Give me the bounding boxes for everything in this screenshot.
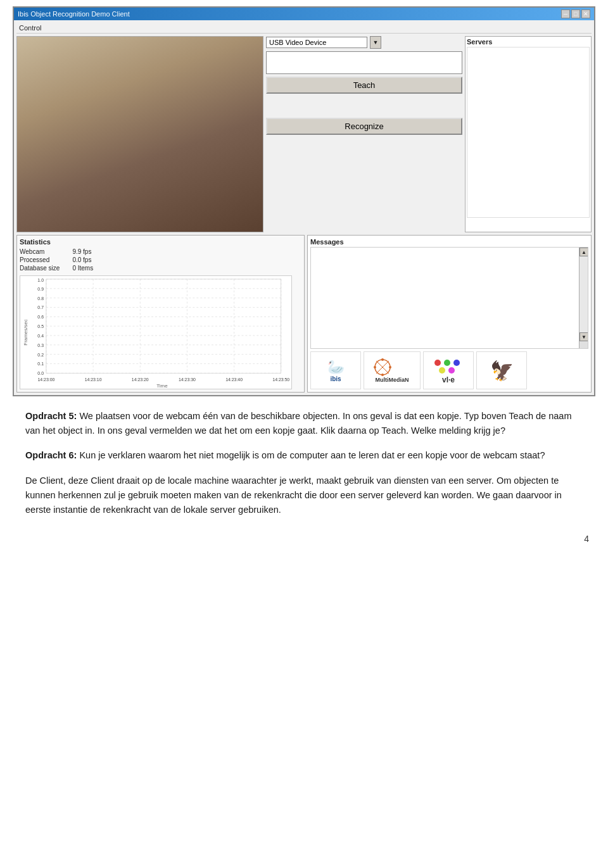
object-name-input[interactable] [266,51,462,74]
vle-logo: vl·e [423,351,474,389]
teach-button[interactable]: Teach [266,77,462,94]
usb-dropdown-arrow[interactable]: ▼ [370,36,381,49]
title-bar: Ibis Object Recognition Demo Client ─ □ … [14,8,594,20]
svg-text:Frames/sec: Frames/sec [23,319,28,345]
logos-row: 🦢 ibis Mult [310,351,588,389]
messages-content: ▲ ▼ [310,247,588,349]
svg-text:1.0: 1.0 [37,278,44,282]
stat-val-webcam: 9.9 fps [72,248,93,255]
ibis-logo: 🦢 ibis [310,351,361,389]
svg-text:0.0: 0.0 [37,371,44,375]
servers-list [467,47,590,218]
opdracht6-text: Kun je verklaren waarom het niet mogelij… [77,450,545,460]
servers-panel: Servers [465,36,592,232]
svg-text:0.8: 0.8 [37,296,44,301]
opdracht6-bold: Opdracht 6: [25,450,77,460]
svg-text:14:23:50: 14:23:50 [272,377,289,382]
paragraph-client: De Client, deze Client draait op de loca… [25,474,583,518]
chart-svg: Frames/sec [20,276,291,389]
svg-point-43 [374,366,376,368]
svg-point-47 [439,367,445,374]
paragraph-5: Opdracht 5: We plaatsen voor de webcam é… [25,409,583,438]
scrollbar-up-button[interactable]: ▲ [580,248,588,256]
svg-text:14:23:20: 14:23:20 [132,377,149,382]
title-bar-buttons: ─ □ ✕ [561,9,590,18]
app-window: Ibis Object Recognition Demo Client ─ □ … [13,6,595,396]
stat-val-dbsize: 0 Items [72,265,93,272]
control-panel: USB Video Device ▼ Teach Recognize [266,36,462,232]
svg-text:0.9: 0.9 [37,287,44,291]
svg-text:0.1: 0.1 [37,362,44,366]
usb-dropdown-row: USB Video Device ▼ [266,36,462,49]
usb-device-select[interactable]: USB Video Device [266,37,367,48]
stat-key-processed: Processed [20,256,60,263]
svg-point-40 [381,358,384,361]
svg-text:14:23:00: 14:23:00 [37,377,54,382]
svg-point-41 [389,366,391,368]
messages-scrollbar: ▲ ▼ [579,248,588,348]
griffin-icon: 🦅 [490,360,514,382]
svg-text:0.7: 0.7 [37,305,44,310]
statistics-panel: Statistics Webcam Processed Database siz… [16,235,305,393]
svg-text:14:23:40: 14:23:40 [225,377,243,382]
svg-point-44 [434,360,441,366]
page-number: 4 [0,534,608,557]
ibis-bird-icon: 🦢 [327,359,345,375]
recognize-button[interactable]: Recognize [266,118,462,135]
svg-text:14:23:10: 14:23:10 [85,377,102,382]
stat-key-dbsize: Database size [20,265,60,272]
svg-text:0.2: 0.2 [37,353,44,357]
opdracht5-text: We plaatsen voor de webcam één van de be… [25,411,571,436]
maximize-button[interactable]: □ [571,9,580,18]
scrollbar-down-button[interactable]: ▼ [580,332,588,341]
ibis-text: ibis [330,375,341,382]
chart-area: Frames/sec [20,275,292,389]
app-body: Control USB Video Device ▼ Teach [14,20,594,395]
video-panel [16,36,263,232]
svg-text:0.6: 0.6 [37,315,44,319]
multimedian-graphic [373,358,411,377]
svg-point-48 [448,367,455,374]
text-content: Opdracht 5: We plaatsen voor de webcam é… [13,403,595,534]
paragraph-6: Opdracht 6: Kun je verklaren waarom het … [25,448,583,463]
statistics-label: Statistics [20,238,301,246]
svg-point-45 [444,360,450,366]
multimedian-text: MultiMediaN [376,377,409,383]
griffin-logo: 🦅 [476,351,527,389]
menu-item-control[interactable]: Control [19,24,41,32]
messages-panel: Messages ▲ ▼ 🦢 ibis [307,235,592,393]
stat-key-webcam: Webcam [20,248,60,255]
close-button[interactable]: ✕ [581,9,590,18]
vle-text: vl·e [442,375,455,384]
svg-text:14:23:30: 14:23:30 [179,377,196,382]
stats-values: 9.9 fps 0.0 fps 0 Items [72,248,93,272]
vle-graphic [431,356,466,375]
stats-keys: Webcam Processed Database size [20,248,60,272]
svg-point-42 [381,374,384,376]
multimedian-logo: MultiMediaN [364,351,421,389]
svg-point-46 [453,360,460,366]
bottom-area: Statistics Webcam Processed Database siz… [16,235,592,393]
menu-bar: Control [16,23,592,34]
svg-text:Time: Time [156,383,168,389]
opdracht5-bold: Opdracht 5: [25,411,77,421]
window-title: Ibis Object Recognition Demo Client [18,10,130,18]
servers-label: Servers [467,38,590,46]
messages-label: Messages [310,238,588,246]
statistics-info: Webcam Processed Database size 9.9 fps 0… [20,248,301,272]
main-area: USB Video Device ▼ Teach Recognize Serve… [16,36,592,232]
svg-text:0.5: 0.5 [37,324,44,329]
svg-text:0.4: 0.4 [37,334,44,338]
spacer [266,96,462,115]
minimize-button[interactable]: ─ [561,9,570,18]
svg-text:0.3: 0.3 [37,343,44,348]
stat-val-processed: 0.0 fps [72,256,93,263]
